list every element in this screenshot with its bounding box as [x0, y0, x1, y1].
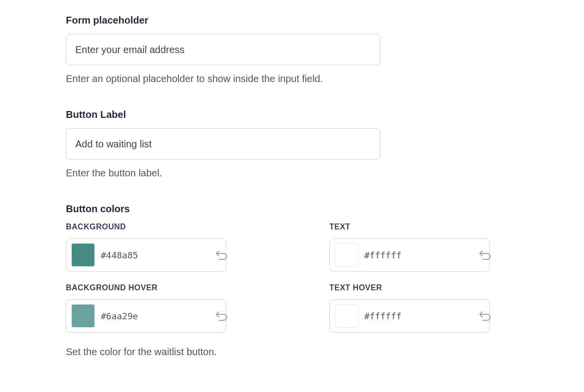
color-swatch-text[interactable]	[335, 243, 358, 267]
color-field-text: TEXT	[329, 223, 490, 272]
form-placeholder-label: Form placeholder	[66, 15, 518, 26]
undo-icon	[478, 250, 491, 260]
button-colors-section: Button colors BACKGROUND TEXT	[66, 203, 518, 358]
color-field-background-hover: BACKGROUND HOVER	[66, 283, 226, 333]
color-value-background[interactable]	[101, 250, 215, 260]
form-placeholder-group: Form placeholder Enter an optional place…	[66, 15, 518, 84]
color-value-background-hover[interactable]	[101, 311, 215, 321]
color-value-text[interactable]	[364, 250, 478, 260]
reset-button-background-hover[interactable]	[215, 309, 228, 323]
color-input-text	[329, 238, 490, 272]
button-colors-grid: BACKGROUND TEXT BACKGROUND HOVER	[66, 223, 490, 333]
button-label-input[interactable]	[66, 128, 380, 160]
color-label-background-hover: BACKGROUND HOVER	[66, 283, 226, 292]
color-input-background	[66, 238, 226, 272]
color-input-background-hover	[66, 299, 226, 333]
color-value-text-hover[interactable]	[364, 311, 478, 321]
color-input-text-hover	[329, 299, 490, 333]
color-field-background: BACKGROUND	[66, 223, 226, 272]
color-label-text-hover: TEXT HOVER	[329, 283, 490, 292]
undo-icon	[215, 310, 228, 321]
button-colors-heading: Button colors	[66, 203, 518, 215]
color-label-background: BACKGROUND	[66, 223, 226, 231]
color-label-text: TEXT	[329, 223, 490, 231]
undo-icon	[215, 250, 228, 260]
color-field-text-hover: TEXT HOVER	[329, 283, 490, 333]
button-colors-help: Set the color for the waitlist button.	[66, 346, 518, 358]
form-placeholder-help: Enter an optional placeholder to show in…	[66, 73, 518, 84]
reset-button-text[interactable]	[478, 248, 491, 262]
color-swatch-text-hover[interactable]	[335, 304, 358, 328]
button-label-group: Button Label Enter the button label.	[66, 109, 518, 179]
reset-button-background[interactable]	[215, 248, 228, 262]
form-placeholder-input[interactable]	[66, 34, 380, 65]
button-label-label: Button Label	[66, 109, 518, 120]
button-label-help: Enter the button label.	[66, 168, 518, 179]
reset-button-text-hover[interactable]	[478, 309, 491, 323]
color-swatch-background-hover[interactable]	[71, 304, 95, 328]
color-swatch-background[interactable]	[71, 243, 95, 267]
undo-icon	[478, 310, 491, 321]
